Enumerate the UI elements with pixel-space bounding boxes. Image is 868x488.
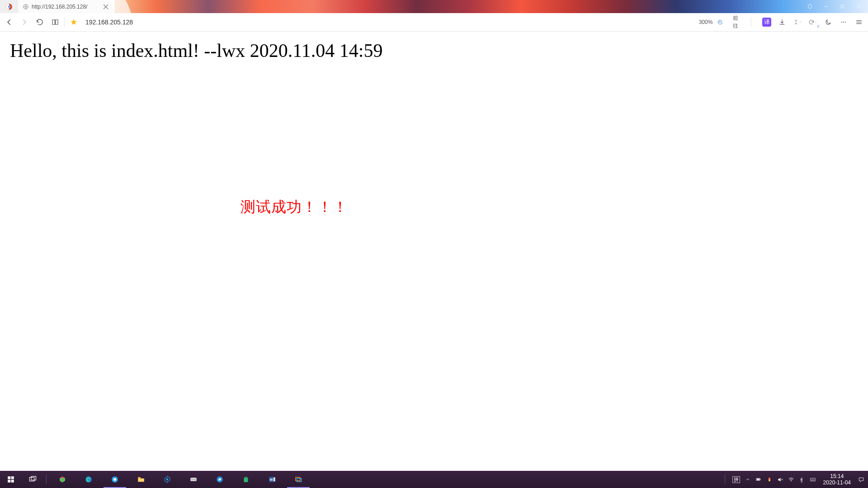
- svg-rect-3: [841, 5, 844, 8]
- svg-point-34: [791, 481, 791, 481]
- page-centered-block: 测试成功！！！: [241, 197, 348, 217]
- translate-button[interactable]: 译: [762, 18, 771, 27]
- svg-point-1: [8, 5, 10, 8]
- svg-point-16: [113, 478, 116, 481]
- windows-taskbar: S>G W 拼: [0, 471, 868, 488]
- tray-battery-icon[interactable]: [755, 476, 762, 483]
- app-word[interactable]: W: [259, 471, 285, 488]
- tab-title: http://192.168.205.128/: [32, 4, 102, 10]
- app-1[interactable]: [49, 471, 75, 488]
- back-button[interactable]: [5, 18, 14, 27]
- svg-point-18: [166, 479, 169, 481]
- app-storm[interactable]: [207, 471, 233, 488]
- task-view-button[interactable]: [22, 471, 43, 488]
- svg-rect-28: [297, 479, 302, 482]
- undo-tab-icon[interactable]: [808, 18, 817, 27]
- address-text[interactable]: 192.168.205.128: [85, 19, 133, 26]
- svg-rect-17: [138, 477, 141, 479]
- window-close-icon[interactable]: [855, 4, 862, 10]
- svg-rect-13: [31, 476, 36, 480]
- system-tray: 拼 15:14 2020-11-04: [722, 473, 868, 486]
- success-text: 测试成功！！！: [241, 198, 348, 215]
- svg-point-6: [843, 22, 844, 23]
- active-tab[interactable]: http://192.168.205.128/: [18, 0, 115, 13]
- clock-time: 15:14: [830, 473, 844, 479]
- toolbar-separator: [64, 17, 65, 27]
- svg-rect-31: [757, 479, 760, 480]
- read-mode-icon[interactable]: [51, 18, 60, 27]
- page-globe-icon: [23, 4, 29, 10]
- ie-mode-icon[interactable]: [716, 18, 725, 27]
- svg-text:W: W: [270, 478, 274, 482]
- svg-rect-27: [296, 478, 300, 481]
- svg-point-5: [841, 22, 842, 23]
- night-mode-icon[interactable]: [824, 18, 833, 27]
- action-center-icon[interactable]: [858, 476, 864, 483]
- clock-date: 2020-11-04: [823, 479, 851, 486]
- reload-button[interactable]: [35, 18, 44, 27]
- tray-volume-mute-icon[interactable]: [777, 476, 783, 483]
- zoom-label: 300%: [701, 18, 710, 27]
- toolbar-right: 300% 前往 译: [700, 17, 863, 27]
- menu-icon[interactable]: [854, 18, 863, 27]
- screenshot-icon[interactable]: [793, 18, 802, 27]
- more-icon[interactable]: [839, 18, 848, 27]
- app-vmware[interactable]: [285, 471, 311, 488]
- app-edge[interactable]: [75, 471, 102, 488]
- svg-rect-35: [810, 478, 815, 481]
- svg-rect-33: [769, 479, 770, 481]
- taskbar-separator: [46, 474, 47, 484]
- maximize-icon[interactable]: [839, 4, 845, 10]
- svg-rect-9: [11, 476, 14, 479]
- bookmark-star-icon[interactable]: ★: [70, 17, 77, 27]
- tray-chevron-up-icon[interactable]: [745, 476, 751, 483]
- svg-rect-22: [244, 478, 248, 482]
- svg-rect-8: [8, 476, 10, 479]
- ime-indicator[interactable]: 拼: [732, 476, 740, 483]
- goto-button[interactable]: 前往: [731, 18, 740, 27]
- page-viewport: Hello, this is index.html! --lwx 2020.11…: [0, 32, 868, 471]
- goto-label: 前往: [733, 18, 738, 27]
- tray-wifi-icon[interactable]: [788, 476, 794, 483]
- svg-rect-10: [8, 480, 10, 483]
- svg-text:S>G: S>G: [191, 478, 196, 481]
- svg-point-7: [845, 22, 846, 23]
- svg-rect-30: [760, 479, 760, 480]
- start-button[interactable]: [0, 471, 22, 488]
- tab-close-icon[interactable]: [102, 3, 110, 11]
- app-360browser[interactable]: [102, 471, 128, 488]
- tray-separator: [725, 474, 725, 484]
- download-icon[interactable]: [778, 18, 787, 27]
- browser-app-icon[interactable]: [0, 0, 19, 13]
- browser-toolbar: ★ 192.168.205.128 300% 前往 译: [0, 13, 868, 32]
- toolbar-separator-right: [751, 17, 751, 27]
- taskbar-clock[interactable]: 15:14 2020-11-04: [821, 473, 854, 486]
- tray-security-icon[interactable]: [766, 476, 773, 483]
- forward-button[interactable]: [20, 18, 29, 27]
- window-controls: [807, 0, 868, 13]
- shield-icon[interactable]: [807, 4, 813, 10]
- nav-buttons: [5, 18, 60, 27]
- page-heading: Hello, this is index.html! --lwx 2020.11…: [10, 40, 868, 61]
- tray-bluetooth-icon[interactable]: [799, 476, 805, 483]
- tray-keyboard-icon[interactable]: [810, 476, 816, 483]
- zoom-indicator[interactable]: 300%: [700, 18, 709, 27]
- app-s2g[interactable]: S>G: [180, 471, 207, 488]
- svg-rect-12: [29, 478, 34, 481]
- svg-rect-26: [274, 478, 275, 482]
- taskbar-apps: S>G W: [49, 471, 311, 488]
- minimize-icon[interactable]: [823, 4, 829, 10]
- app-recycle[interactable]: [233, 471, 259, 488]
- tab-strip: http://192.168.205.128/: [0, 0, 868, 13]
- svg-rect-11: [11, 480, 14, 483]
- svg-rect-23: [245, 477, 247, 478]
- app-settings[interactable]: [154, 471, 180, 488]
- svg-point-32: [768, 478, 770, 480]
- app-explorer[interactable]: [128, 471, 154, 488]
